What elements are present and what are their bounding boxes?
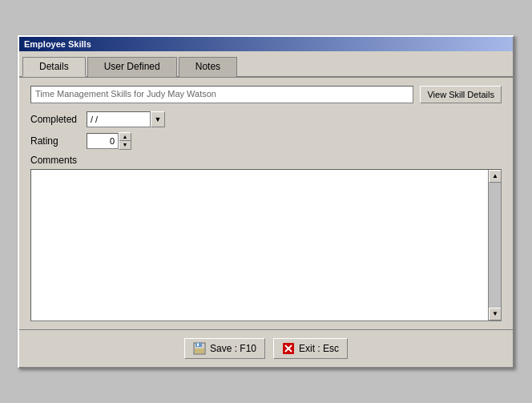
tab-details[interactable]: Details [22, 57, 86, 77]
rating-spinner: 0 ▲ ▼ [87, 132, 131, 150]
scroll-down-arrow[interactable]: ▼ [489, 308, 502, 320]
comments-textarea[interactable]: ▲ ▼ [30, 169, 502, 321]
tab-user-defined[interactable]: User Defined [87, 57, 177, 77]
scroll-track [489, 183, 501, 308]
save-button[interactable]: Save : F10 [184, 338, 265, 359]
svg-rect-3 [195, 349, 204, 353]
comments-label: Comments [30, 155, 502, 166]
rating-input[interactable]: 0 [87, 133, 119, 149]
tab-bar: Details User Defined Notes [19, 51, 513, 78]
window-title: Employee Skills [24, 39, 91, 49]
rating-row: Rating 0 ▲ ▼ [30, 132, 502, 150]
skill-name-row: Time Management Skills for Judy May Wats… [30, 86, 502, 103]
footer: Save : F10 Exit : Esc [19, 329, 513, 367]
rating-decrement-button[interactable]: ▼ [119, 141, 131, 149]
scroll-up-arrow[interactable]: ▲ [489, 170, 502, 183]
rating-increment-button[interactable]: ▲ [119, 133, 131, 141]
svg-rect-2 [197, 343, 199, 346]
skill-name-field: Time Management Skills for Judy May Wats… [30, 86, 413, 103]
completed-date-input[interactable]: / / [87, 111, 151, 127]
rating-spinner-buttons: ▲ ▼ [119, 132, 131, 150]
view-skill-button[interactable]: View Skill Details [420, 86, 502, 103]
rating-label: Rating [30, 135, 87, 147]
exit-button[interactable]: Exit : Esc [273, 338, 348, 359]
exit-icon [282, 342, 295, 355]
completed-row: Completed / / ▼ [30, 111, 502, 127]
title-bar: Employee Skills [19, 37, 513, 51]
tab-content: Time Management Skills for Judy May Wats… [19, 78, 513, 329]
completed-date-dropdown[interactable]: ▼ [151, 111, 165, 127]
save-icon [193, 342, 206, 355]
comments-scrollbar[interactable]: ▲ ▼ [488, 170, 501, 320]
tab-notes[interactable]: Notes [179, 57, 237, 77]
completed-label: Completed [30, 114, 87, 125]
main-window: Employee Skills Details User Defined Not… [18, 35, 514, 369]
